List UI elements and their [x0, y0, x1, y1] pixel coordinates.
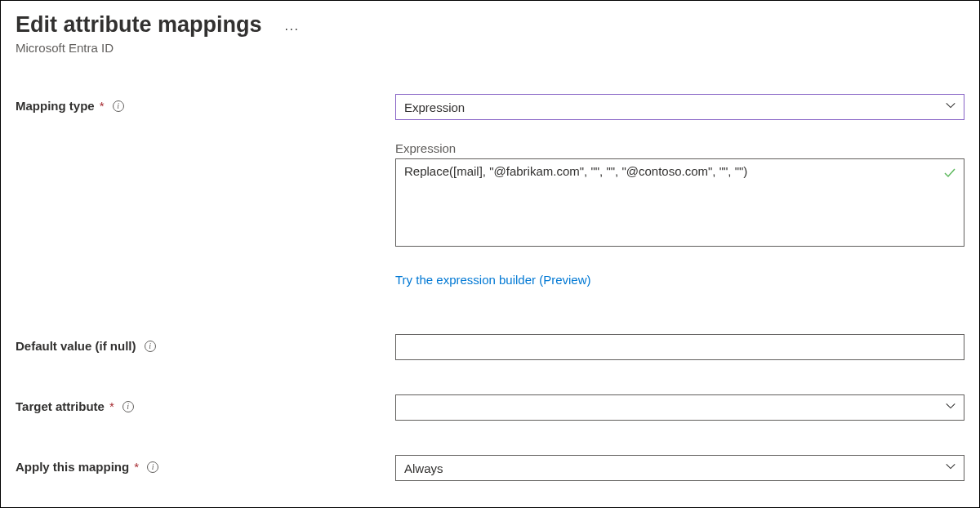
target-attribute-select[interactable] [395, 394, 964, 421]
target-attribute-label: Target attribute [16, 399, 105, 413]
check-icon [943, 167, 956, 183]
default-value-input[interactable] [395, 334, 964, 360]
mapping-type-input-col: Expression Expression Try the expression… [395, 94, 964, 323]
apply-mapping-label: Apply this mapping [16, 460, 129, 474]
more-icon[interactable]: ··· [285, 22, 300, 37]
page-header: Edit attribute mappings ··· [16, 12, 964, 38]
default-value-label-col: Default value (if null) i [16, 334, 395, 353]
default-value-label: Default value (if null) [16, 339, 136, 353]
info-icon[interactable]: i [147, 461, 158, 473]
info-icon[interactable]: i [113, 100, 124, 112]
target-attribute-label-col: Target attribute * i [16, 394, 395, 413]
apply-mapping-select[interactable]: Always [395, 455, 964, 481]
required-asterisk: * [100, 99, 105, 113]
expression-sublabel: Expression [395, 141, 964, 155]
mapping-type-select-wrap: Expression [395, 94, 964, 120]
info-icon[interactable]: i [145, 341, 156, 352]
expression-textarea-wrap [395, 158, 964, 250]
default-value-row: Default value (if null) i [16, 334, 964, 360]
target-attribute-row: Target attribute * i [16, 394, 964, 421]
required-asterisk: * [109, 399, 114, 413]
target-attribute-select-wrap [395, 394, 964, 421]
apply-mapping-label-col: Apply this mapping * i [16, 455, 395, 474]
apply-mapping-input-col: Always [395, 455, 964, 481]
target-attribute-input-col [395, 394, 964, 421]
expression-textarea[interactable] [395, 158, 964, 247]
page-title: Edit attribute mappings [16, 12, 262, 38]
mapping-type-label: Mapping type [16, 99, 95, 113]
mapping-type-row: Mapping type * i Expression Expression T… [16, 94, 964, 323]
required-asterisk: * [134, 460, 139, 474]
expression-builder-link[interactable]: Try the expression builder (Preview) [395, 273, 964, 287]
mapping-type-select[interactable]: Expression [395, 94, 964, 120]
info-icon[interactable]: i [122, 401, 134, 412]
default-value-input-col [395, 334, 964, 360]
apply-mapping-value: Always [404, 461, 443, 475]
mapping-type-value: Expression [404, 100, 465, 114]
apply-mapping-row: Apply this mapping * i Always [16, 455, 964, 481]
apply-mapping-select-wrap: Always [395, 455, 964, 481]
page-subtitle: Microsoft Entra ID [16, 41, 964, 55]
mapping-type-label-col: Mapping type * i [16, 94, 395, 113]
